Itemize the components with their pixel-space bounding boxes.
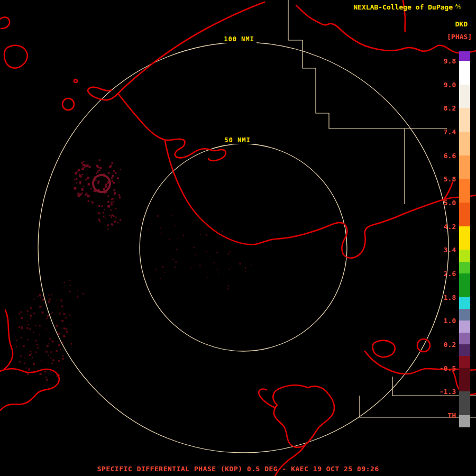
colorbar-segment (459, 203, 470, 226)
colorbar-segment (459, 321, 470, 333)
small-lake-outline (62, 98, 74, 110)
colorbar-tick: 2.6 (444, 270, 456, 278)
coastline-path (259, 389, 274, 407)
colorbar-tick: -0.5 (440, 364, 456, 372)
product-unit: [PHAS] (447, 33, 472, 41)
colorbar-segment (459, 297, 470, 309)
brand-title: NEXLAB-College of DuPage (353, 3, 453, 11)
range-rings (38, 42, 448, 453)
colorbar-segment (459, 61, 470, 85)
range-ring-100nmi (38, 42, 448, 453)
colorbar-tick: -1.3 (440, 388, 456, 396)
colorbar-tick: 8.2 (444, 104, 456, 112)
colorbar-segment (459, 108, 470, 132)
colorbar-tick: 9.8 (444, 57, 456, 65)
colorbar-segment (459, 356, 470, 368)
colorbar-tick: 5.0 (444, 199, 456, 207)
range-ring-label-50: 50 NMI (222, 136, 252, 144)
coastline-path (4, 310, 13, 369)
coastline-path (0, 369, 59, 411)
colorbar-segment (459, 309, 470, 321)
coastline-path (118, 94, 226, 161)
coastline-path (296, 5, 476, 53)
colorbar-tick: 1.0 (444, 317, 456, 325)
colorbar (459, 51, 470, 427)
colorbar-segment (459, 415, 470, 427)
range-ring-50nmi (140, 144, 347, 351)
colorbar-tick: 9.0 (444, 80, 456, 88)
colorbar-tick: TH (447, 411, 456, 419)
colorbar-tick: 5.8 (444, 175, 456, 183)
colorbar-tick: 1.8 (444, 293, 456, 301)
colorbar-tick: 6.6 (444, 151, 456, 159)
colorbar-tick: 3.4 (444, 246, 456, 254)
colorbar-tick: 0.2 (444, 341, 456, 349)
colorbar-segment (459, 132, 470, 155)
colorbar-segment (459, 262, 470, 273)
radar-map-layer (0, 0, 476, 476)
product-caption: SPECIFIC DIFFERENTIAL PHASE (KDP) 0.5 DE… (97, 465, 379, 473)
colorbar-tick: 7.4 (444, 128, 456, 136)
brand-logo-icon: ⅍ (455, 3, 461, 10)
radar-display: 100 NMI 50 NMI NEXLAB-College of DuPage … (0, 0, 476, 476)
range-ring-label-100: 100 NMI (222, 35, 257, 43)
coastline-path (165, 141, 476, 258)
island-outline (4, 45, 28, 68)
lake-outline (273, 385, 334, 447)
colorbar-segment (459, 333, 470, 344)
coastline-path (0, 17, 10, 29)
colorbar-segment (459, 391, 470, 415)
colorbar-segment (459, 179, 470, 203)
small-lake-outline (74, 79, 77, 83)
colorbar-segment (459, 368, 470, 391)
colorbar-segment (459, 226, 470, 250)
colorbar-segment (459, 51, 470, 61)
colorbar-segment (459, 273, 470, 297)
colorbar-segment (459, 155, 470, 179)
colorbar-segment (459, 344, 470, 356)
small-lake-outline (373, 341, 395, 357)
product-code: DKD (455, 20, 468, 28)
state-boundary-path (360, 396, 476, 417)
colorbar-tick: 4.2 (444, 222, 456, 230)
coastlines (0, 0, 476, 476)
colorbar-segment (459, 250, 470, 262)
colorbar-segment (459, 85, 470, 108)
coastline-path (88, 2, 264, 100)
